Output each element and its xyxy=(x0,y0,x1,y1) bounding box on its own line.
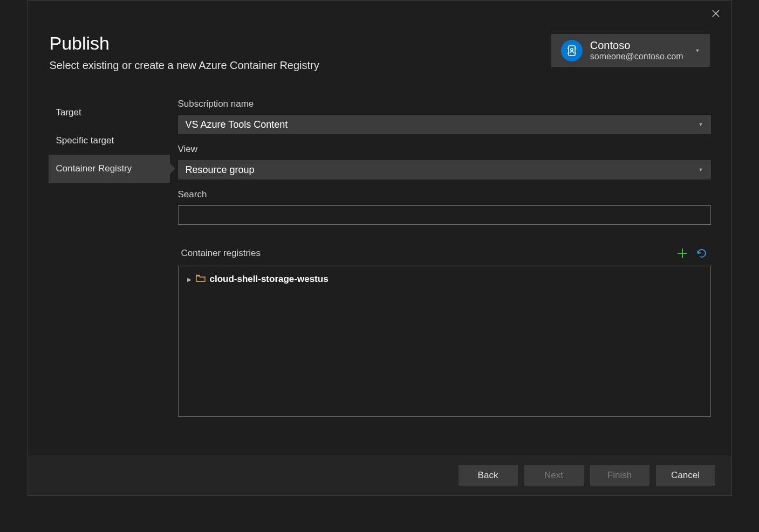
add-icon[interactable] xyxy=(676,247,688,259)
sidebar-item-container-registry[interactable]: Container Registry xyxy=(49,155,170,183)
account-email: someone@contoso.com xyxy=(590,52,683,61)
subscription-select[interactable]: VS Azure Tools Content ▼ xyxy=(178,115,711,134)
subscription-field-group: Subscription name VS Azure Tools Content… xyxy=(178,99,711,134)
subscription-label: Subscription name xyxy=(178,99,711,109)
chevron-right-icon: ▶ xyxy=(187,277,192,282)
chevron-down-icon: ▼ xyxy=(695,48,700,53)
account-badge-icon xyxy=(561,40,583,61)
search-field-group: Search xyxy=(178,189,711,225)
registries-label: Container registries xyxy=(181,248,261,259)
subscription-value: VS Azure Tools Content xyxy=(186,119,288,130)
sidebar-item-target[interactable]: Target xyxy=(49,99,170,127)
next-button: Next xyxy=(524,465,584,486)
close-button[interactable] xyxy=(708,6,723,21)
tree-item-label: cloud-shell-storage-westus xyxy=(210,274,329,285)
account-name: Contoso xyxy=(590,39,683,52)
publish-dialog: Publish Select existing or create a new … xyxy=(28,0,732,496)
cancel-button[interactable]: Cancel xyxy=(656,465,715,486)
finish-button: Finish xyxy=(590,465,649,486)
view-select[interactable]: Resource group ▼ xyxy=(178,160,711,179)
svg-point-3 xyxy=(571,48,573,50)
back-button[interactable]: Back xyxy=(459,465,518,486)
main-panel: Subscription name VS Azure Tools Content… xyxy=(170,99,711,417)
sidebar-item-label: Target xyxy=(56,107,81,118)
chevron-down-icon: ▼ xyxy=(699,167,703,172)
folder-icon xyxy=(196,274,206,285)
view-label: View xyxy=(178,144,711,155)
sidebar: Target Specific target Container Registr… xyxy=(49,99,170,417)
account-selector[interactable]: Contoso someone@contoso.com ▼ xyxy=(551,34,710,67)
chevron-down-icon: ▼ xyxy=(699,122,703,127)
registries-tree[interactable]: ▶ cloud-shell-storage-westus xyxy=(178,266,711,417)
footer: Back Next Finish Cancel xyxy=(28,455,731,495)
close-icon xyxy=(712,10,720,17)
registries-actions xyxy=(676,247,708,259)
sidebar-item-label: Container Registry xyxy=(56,163,132,174)
tree-item[interactable]: ▶ cloud-shell-storage-westus xyxy=(187,273,702,286)
search-label: Search xyxy=(178,189,711,200)
sidebar-item-label: Specific target xyxy=(56,135,114,146)
account-text: Contoso someone@contoso.com xyxy=(590,39,683,61)
view-field-group: View Resource group ▼ xyxy=(178,144,711,179)
body: Target Specific target Container Registr… xyxy=(28,77,731,417)
view-value: Resource group xyxy=(186,164,255,176)
refresh-icon[interactable] xyxy=(696,247,708,259)
search-input[interactable] xyxy=(178,205,711,225)
sidebar-item-specific-target[interactable]: Specific target xyxy=(49,127,170,155)
registries-header: Container registries xyxy=(178,247,711,259)
